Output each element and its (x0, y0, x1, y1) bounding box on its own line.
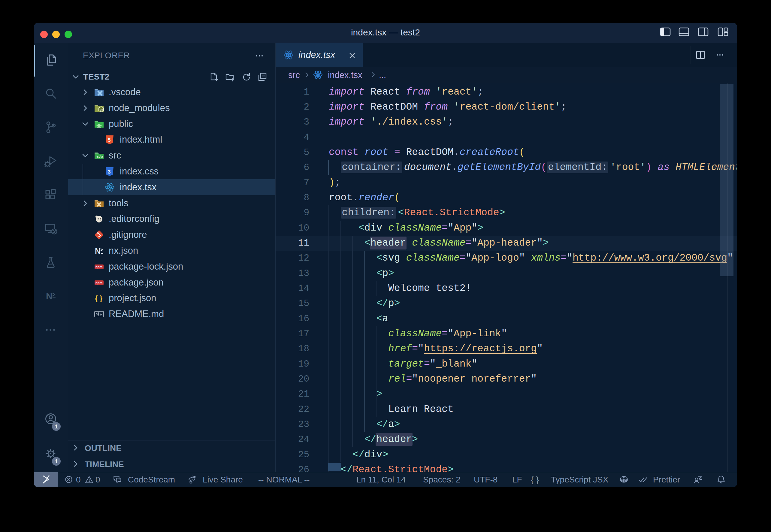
svg-text:JS: JS (100, 108, 103, 111)
svg-text:npm: npm (95, 281, 102, 284)
svg-text:{ }: { } (95, 294, 102, 302)
svg-text:</>: </> (96, 155, 104, 159)
svg-text:N: N (95, 246, 101, 255)
svg-text:npm: npm (95, 265, 102, 268)
svg-text:N: N (46, 291, 53, 301)
svg-text:3: 3 (108, 169, 110, 175)
svg-text:5: 5 (108, 137, 110, 143)
